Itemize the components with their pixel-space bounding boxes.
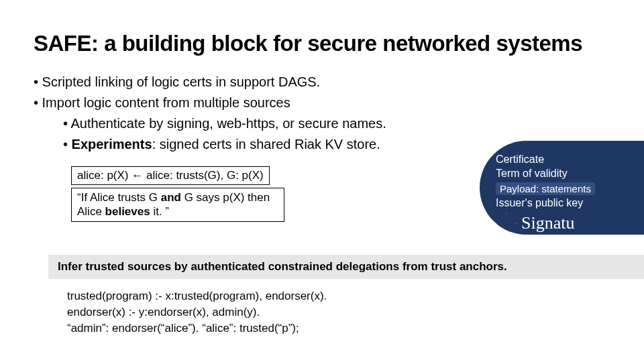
grey-bar-text: Infer trusted sources by authenticated c… [58,260,507,273]
quote-and: and [161,191,181,204]
code-line-1: trusted(program) :- x:trusted(program), … [67,288,327,304]
cert-signature-row: Signatu [496,213,637,234]
seal-icon [496,213,517,234]
grey-bar: Infer trusted sources by authenticated c… [48,255,644,279]
bullet-1: Scripted linking of logic certs in suppo… [44,72,610,92]
certificate-capsule: Certificate Term of validity Payload: st… [480,141,644,235]
slide: SAFE: a building block for secure networ… [0,0,644,362]
bullet-2-1: Authenticate by signing, web-https, or s… [74,114,610,133]
cert-line-1: Certificate [496,153,637,167]
bullet-2-2-rest: : signed certs in shared Riak KV store. [152,137,380,152]
slide-title: SAFE: a building block for secure networ… [34,31,610,56]
cert-line-4: Issuer's public key [496,196,637,210]
cert-signature-text: Signatu [521,213,574,233]
rule-box: alice: p(X) ← alice: trusts(G), G: p(X) [71,166,270,185]
quote-pre: “If Alice trusts G [77,191,161,204]
cert-line-2: Term of validity [496,167,637,181]
bullet-2: Import logic content from multiple sourc… [44,93,610,113]
code-line-2: endorser(x) :- y:endorser(x), admin(y). [67,304,327,320]
quote-believes: believes [105,205,150,218]
code-line-3: “admin”: endorser(“alice”). “alice”: tru… [67,320,327,337]
code-block: trusted(program) :- x:trusted(program), … [67,288,327,336]
quote-box: “If Alice trusts G and G says p(X) then … [71,188,284,222]
quote-post: it. ” [150,205,169,218]
bullet-2-2-bold: Experiments [72,137,152,152]
cert-payload: Payload: statements [496,182,595,195]
